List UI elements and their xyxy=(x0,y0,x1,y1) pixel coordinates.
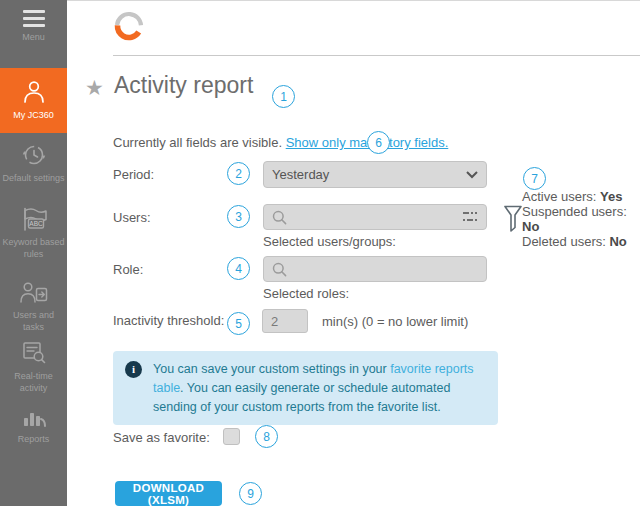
svg-text:ABC: ABC xyxy=(29,220,43,227)
sidebar-item-label: Keyword based rules xyxy=(2,237,66,260)
filter-summary-row: Active users: Yes xyxy=(522,189,640,204)
role-search-input[interactable] xyxy=(293,261,478,278)
role-search-box[interactable] xyxy=(263,256,487,282)
jc360-logo xyxy=(113,8,147,44)
filter-label: Suspended users: xyxy=(522,204,627,219)
period-selected-value: Yesterday xyxy=(272,167,329,182)
save-as-favorite-label: Save as favorite: xyxy=(113,430,210,445)
period-label: Period: xyxy=(113,167,154,182)
annotation-circle-4: 4 xyxy=(227,257,250,280)
sidebar-item-label: Real-time activity xyxy=(2,371,66,394)
role-label: Role: xyxy=(113,262,143,277)
sidebar-item-label: Reports xyxy=(2,434,66,446)
period-select[interactable]: Yesterday xyxy=(263,161,487,188)
info-text-before: You can save your custom settings in you… xyxy=(153,362,390,376)
select-from-list-icon[interactable] xyxy=(463,211,478,223)
filter-value: No xyxy=(609,234,626,249)
inactivity-threshold-suffix: min(s) (0 = no lower limit) xyxy=(322,314,468,329)
doc-search-icon xyxy=(21,340,47,366)
annotation-circle-5: 5 xyxy=(227,312,250,335)
filter-label: Active users: xyxy=(522,189,600,204)
sidebar-item-default-settings[interactable]: Default settings xyxy=(0,142,67,185)
sync-clock-icon xyxy=(21,142,47,168)
annotation-circle-1: 1 xyxy=(272,85,295,108)
selected-roles-label: Selected roles: xyxy=(263,286,349,301)
sidebar-item-my-jc360[interactable]: My JC360 xyxy=(0,68,67,133)
annotation-circle-8: 8 xyxy=(255,425,278,448)
bar-chart-icon xyxy=(21,407,47,429)
inactivity-threshold-label: Inactivity threshold: xyxy=(113,313,224,328)
sidebar-item-real-time-activity[interactable]: Real-time activity xyxy=(0,340,67,394)
inactivity-threshold-input[interactable] xyxy=(262,309,308,333)
save-as-favorite-checkbox[interactable] xyxy=(223,428,240,445)
sidebar-item-reports[interactable]: Reports xyxy=(0,407,67,446)
filter-label: Deleted users: xyxy=(522,234,609,249)
main-content: ★ Activity report 1 Currently all fields… xyxy=(67,0,640,506)
sidebar-item-label: Users and tasks xyxy=(2,310,66,333)
info-icon: i xyxy=(125,361,142,378)
users-search-input[interactable] xyxy=(293,209,457,226)
users-search-box[interactable] xyxy=(263,204,487,230)
search-icon xyxy=(272,262,287,277)
sidebar: Menu My JC360 Default settings xyxy=(0,0,67,506)
users-icon xyxy=(19,281,49,305)
page-title: Activity report xyxy=(114,72,253,99)
filter-funnel-icon[interactable] xyxy=(504,205,522,233)
person-icon xyxy=(21,79,47,105)
annotation-circle-2: 2 xyxy=(227,162,250,185)
selected-users-label: Selected users/groups: xyxy=(263,234,396,249)
sidebar-item-keyword-based-rules[interactable]: ABC Keyword based rules xyxy=(0,206,67,260)
filter-summary: Active users: Yes Suspended users: No De… xyxy=(522,189,640,249)
annotation-circle-6: 6 xyxy=(367,131,390,154)
info-box: i You can save your custom settings in y… xyxy=(113,351,498,425)
favorite-star-icon[interactable]: ★ xyxy=(85,77,104,98)
filter-value: No xyxy=(522,219,539,234)
sidebar-item-label: My JC360 xyxy=(2,110,66,122)
info-text-after: . You can easily generate or schedule au… xyxy=(153,381,450,414)
annotation-circle-3: 3 xyxy=(227,205,250,228)
filter-summary-row: Deleted users: No xyxy=(522,234,640,249)
visibility-note-text: Currently all fields are visible. xyxy=(113,135,286,150)
flag-abc-icon: ABC xyxy=(20,206,48,232)
download-xlsm-button[interactable]: DOWNLOAD (XLSM) xyxy=(115,481,222,506)
sidebar-item-label: Menu xyxy=(2,32,66,44)
chevron-down-icon xyxy=(466,171,478,179)
users-label: Users: xyxy=(113,210,151,225)
annotation-circle-7: 7 xyxy=(523,167,546,190)
header-divider xyxy=(113,55,640,56)
sidebar-item-users-and-tasks[interactable]: Users and tasks xyxy=(0,281,67,333)
sidebar-item-menu[interactable]: Menu xyxy=(0,10,67,44)
hamburger-icon xyxy=(23,10,45,27)
sidebar-item-label: Default settings xyxy=(2,173,66,185)
filter-summary-row: Suspended users: No xyxy=(522,204,640,234)
filter-value: Yes xyxy=(600,189,622,204)
annotation-circle-9: 9 xyxy=(239,482,262,505)
search-icon xyxy=(272,210,287,225)
visibility-note: Currently all fields are visible. Show o… xyxy=(113,135,448,150)
